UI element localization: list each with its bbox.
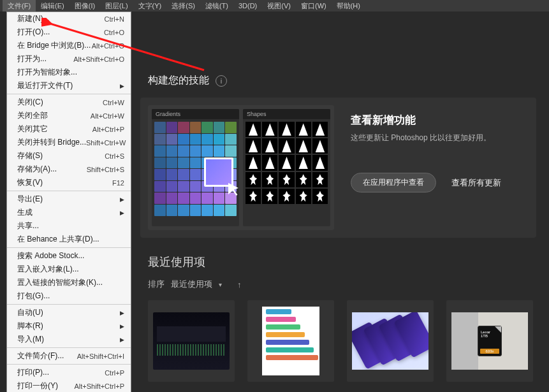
menu-item-label: 自动(U): [17, 307, 43, 318]
gradient-swatch: [201, 192, 213, 204]
view-all-updates-link[interactable]: 查看所有更新: [451, 177, 501, 189]
file-menu-item[interactable]: 置入链接的智能对象(K)...: [7, 276, 131, 289]
gradient-swatch: [154, 134, 166, 145]
menu-help[interactable]: 帮助(H): [332, 0, 365, 12]
file-menu-item[interactable]: 关闭(C)Ctrl+W: [7, 96, 131, 109]
file-menu-item[interactable]: 搜索 Adobe Stock...: [7, 249, 131, 263]
gradient-swatch: [190, 145, 201, 157]
menu-item-shortcut: Alt+Shift+Ctrl+P: [74, 382, 124, 390]
file-menu-item[interactable]: 导入(M)▶: [7, 333, 131, 346]
feature-card: Gradients Shapes 查看新增功能 这些更新让 Photoshop …: [140, 98, 536, 238]
gradient-swatch: [178, 122, 189, 133]
chevron-down-icon[interactable]: ▾: [219, 281, 222, 288]
file-menu-item[interactable]: 关闭并转到 Bridge...Shift+Ctrl+W: [7, 136, 131, 149]
view-in-app-button[interactable]: 在应用程序中查看: [351, 173, 436, 192]
menu-item-label: 在 Bridge 中浏览(B)...: [17, 40, 91, 51]
sort-label: 排序: [148, 279, 165, 290]
gradient-swatch: [190, 169, 201, 180]
file-menu-item[interactable]: 打印一份(Y)Alt+Shift+Ctrl+P: [7, 379, 131, 392]
recent-thumb-4[interactable]: Lexar1TB 633x: [446, 300, 533, 382]
feature-text: 查看新增功能 这些更新让 Photoshop 比以往更加好用。 在应用程序中查看…: [347, 105, 529, 200]
gradient-swatch: [154, 169, 166, 180]
menu-3d[interactable]: 3D(D): [233, 1, 262, 11]
file-menu-dropdown: 新建(N)...Ctrl+N打开(O)...Ctrl+O在 Bridge 中浏览…: [6, 11, 131, 392]
file-menu-item[interactable]: 脚本(R)▶: [7, 319, 131, 333]
chevron-right-icon: ▶: [120, 83, 124, 89]
menu-window[interactable]: 窗口(W): [296, 0, 332, 12]
shape-thumb: [296, 172, 311, 187]
menu-item-label: 置入链接的智能对象(K)...: [17, 277, 103, 288]
skills-title-text: 构建您的技能: [148, 74, 209, 87]
menu-image[interactable]: 图像(I): [70, 0, 100, 12]
recent-thumb-1[interactable]: [148, 300, 235, 382]
menu-select[interactable]: 选择(S): [166, 0, 200, 12]
menu-file[interactable]: 文件(F): [3, 0, 36, 12]
shape-thumb: [312, 122, 328, 137]
gradient-swatch: [201, 134, 213, 145]
menu-item-shortcut: Ctrl+N: [105, 15, 124, 23]
gradient-swatch: [166, 145, 178, 157]
shape-thumb: [245, 122, 261, 137]
file-menu-item[interactable]: 置入嵌入对象(L)...: [7, 263, 131, 276]
gradient-swatch: [190, 192, 201, 204]
file-menu-item[interactable]: 共享...: [7, 219, 131, 233]
file-menu-item[interactable]: 打开为...Alt+Shift+Ctrl+O: [7, 52, 131, 66]
shape-thumb: [245, 189, 261, 204]
menu-filter[interactable]: 滤镜(T): [200, 0, 233, 12]
file-menu-item[interactable]: 关闭全部Alt+Ctrl+W: [7, 109, 131, 122]
file-menu-item[interactable]: 恢复(V)F12: [7, 176, 131, 189]
menu-type[interactable]: 文字(Y): [133, 0, 167, 12]
menu-item-shortcut: Ctrl+O: [104, 29, 124, 36]
menu-item-label: 搜索 Adobe Stock...: [17, 250, 84, 261]
file-menu-item[interactable]: 最近打开文件(T)▶: [7, 79, 131, 92]
shape-thumb: [279, 122, 294, 137]
gradient-swatch: [225, 192, 237, 204]
file-menu-item[interactable]: 打印(P)...Ctrl+P: [7, 366, 131, 379]
menu-item-label: 文件简介(F)...: [17, 351, 64, 361]
menu-item-label: 关闭全部: [17, 110, 48, 121]
gradient-swatch: [214, 122, 225, 133]
gradient-swatch: [201, 145, 213, 157]
file-menu-item[interactable]: 打包(G)...: [7, 289, 131, 303]
file-menu-item[interactable]: 关闭其它Alt+Ctrl+P: [7, 122, 131, 136]
file-menu-item[interactable]: 新建(N)...Ctrl+N: [7, 12, 131, 25]
file-menu-item[interactable]: 在 Bridge 中浏览(B)...Alt+Ctrl+O: [7, 39, 131, 52]
gradient-swatch: [178, 205, 189, 216]
file-menu-item[interactable]: 存储(S)Ctrl+S: [7, 149, 131, 163]
sort-dropdown[interactable]: 最近使用项: [171, 279, 212, 290]
recent-thumb-2[interactable]: [247, 300, 334, 382]
recent-thumb-3[interactable]: [347, 300, 434, 382]
gradient-swatch: [166, 122, 178, 133]
file-menu-item[interactable]: 在 Behance 上共享(D)...: [7, 233, 131, 246]
menu-item-shortcut: Ctrl+P: [105, 369, 124, 377]
gradient-swatch: [178, 169, 189, 180]
gradient-swatch: [178, 192, 189, 204]
shape-thumb: [245, 155, 261, 170]
shape-thumb: [296, 122, 311, 137]
file-menu-item[interactable]: 打开(O)...Ctrl+O: [7, 25, 131, 39]
menu-edit[interactable]: 编辑(E): [36, 0, 70, 12]
menu-item-shortcut: Alt+Ctrl+P: [92, 126, 124, 133]
menu-item-label: 存储(S): [17, 150, 43, 161]
file-menu-item[interactable]: 导出(E)▶: [7, 192, 131, 206]
chevron-right-icon: ▶: [120, 196, 124, 203]
file-menu-item[interactable]: 自动(U)▶: [7, 306, 131, 319]
info-icon[interactable]: i: [216, 75, 227, 87]
menu-view[interactable]: 视图(V): [262, 0, 296, 12]
sort-direction-icon[interactable]: ↑: [237, 280, 242, 289]
file-menu-item[interactable]: 打开为智能对象...: [7, 66, 131, 79]
chevron-right-icon: ▶: [120, 210, 124, 216]
gradient-swatch: [214, 134, 225, 145]
menu-item-shortcut: Shift+Ctrl+S: [87, 166, 124, 173]
gradient-swatch: [225, 122, 237, 133]
menu-item-label: 打包(G)...: [17, 291, 50, 301]
menu-layer[interactable]: 图层(L): [100, 0, 133, 12]
chevron-right-icon: ▶: [120, 337, 124, 343]
shape-thumb: [279, 172, 294, 187]
file-menu-item[interactable]: 存储为(A)...Shift+Ctrl+S: [7, 163, 131, 176]
shape-thumb: [262, 122, 277, 137]
shapes-panel-title: Shapes: [243, 109, 330, 119]
file-menu-item[interactable]: 生成▶: [7, 206, 131, 219]
file-menu-item[interactable]: 文件简介(F)...Alt+Shift+Ctrl+I: [7, 349, 131, 363]
menu-item-label: 打开为...: [17, 54, 47, 64]
